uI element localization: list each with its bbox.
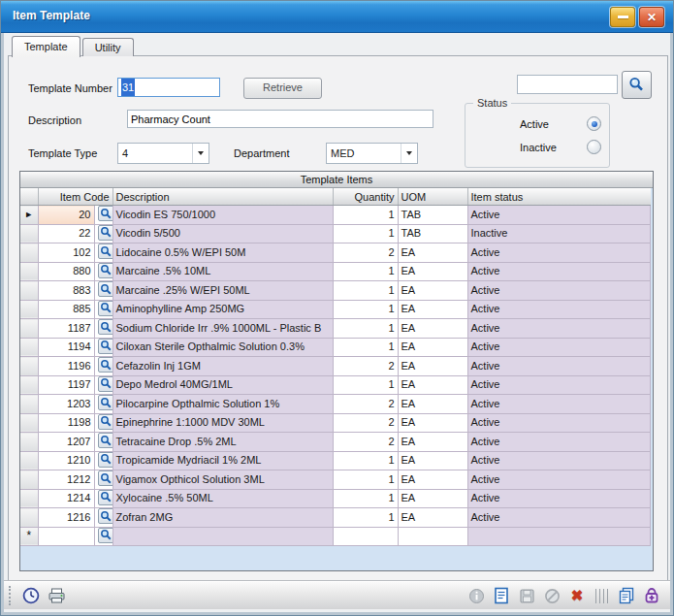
item-status-cell[interactable]: Active — [467, 357, 651, 376]
retrieve-button[interactable]: Retrieve — [243, 78, 322, 99]
description-cell[interactable]: Tetracaine Drop .5% 2ML — [112, 433, 333, 452]
item-search-button[interactable] — [98, 263, 113, 278]
row-selector[interactable] — [20, 451, 38, 470]
template-number-input[interactable]: 31 — [117, 78, 220, 97]
uom-cell[interactable]: EA — [398, 243, 467, 263]
template-type-combo[interactable]: 4 — [117, 143, 209, 164]
description-column-header[interactable]: Description — [112, 188, 333, 206]
item-search-button[interactable] — [98, 206, 113, 221]
info-icon[interactable] — [466, 586, 486, 605]
item-status-cell[interactable]: Active — [467, 300, 651, 319]
quantity-cell[interactable]: 2 — [333, 395, 398, 414]
close-button[interactable]: ✕ — [639, 7, 664, 27]
item-status-cell[interactable]: Active — [467, 470, 651, 490]
item-search-button[interactable] — [98, 508, 113, 524]
row-selector[interactable] — [20, 224, 38, 243]
quantity-cell[interactable]: 1 — [333, 489, 398, 508]
description-cell[interactable]: Sodium Chloride Irr .9% 1000ML - Plastic… — [112, 319, 333, 339]
item-code-cell[interactable]: 880 — [38, 262, 94, 281]
item-code-cell[interactable]: 1196 — [38, 357, 94, 376]
item-search-button[interactable] — [98, 243, 113, 259]
row-selector[interactable] — [20, 243, 38, 263]
lock-icon[interactable] — [642, 586, 661, 605]
description-cell[interactable]: Xylocaine .5% 50ML — [112, 489, 333, 508]
row-selector[interactable] — [20, 433, 38, 452]
quantity-cell[interactable] — [333, 527, 398, 546]
description-cell[interactable]: Lidocaine 0.5% W/EPI 50M — [112, 243, 333, 263]
uom-cell[interactable] — [398, 527, 467, 546]
uom-cell[interactable]: EA — [398, 319, 467, 339]
item-code-cell[interactable]: 1197 — [38, 375, 94, 395]
item-status-cell[interactable]: Active — [467, 395, 651, 414]
row-selector[interactable] — [20, 413, 38, 433]
item-code-cell[interactable]: 20 — [38, 206, 94, 225]
delete-icon[interactable]: ✖ — [567, 586, 587, 605]
item-search-button[interactable] — [98, 225, 113, 241]
item-status-cell[interactable]: Active — [467, 375, 651, 395]
uom-cell[interactable]: EA — [398, 433, 467, 452]
item-status-cell[interactable] — [467, 527, 651, 546]
department-combo[interactable]: MED — [326, 143, 418, 164]
quantity-cell[interactable]: 1 — [333, 300, 398, 319]
description-cell[interactable]: Vicodin 5/500 — [112, 224, 333, 243]
quantity-cell[interactable]: 1 — [333, 262, 398, 281]
description-cell[interactable]: Marcaine .5% 10ML — [112, 262, 333, 281]
quantity-cell[interactable]: 1 — [333, 224, 398, 243]
row-selector[interactable]: ► — [20, 206, 38, 225]
description-cell[interactable]: Marcaine .25% W/EPI 50ML — [112, 281, 333, 301]
item-code-column-header[interactable]: Item Code — [38, 188, 112, 206]
item-status-cell[interactable]: Active — [467, 262, 651, 281]
item-code-cell[interactable]: 1203 — [38, 395, 94, 414]
uom-cell[interactable]: EA — [398, 508, 467, 528]
item-search-button[interactable] — [98, 452, 113, 468]
quantity-cell[interactable]: 1 — [333, 375, 398, 395]
cancel-icon[interactable] — [542, 586, 562, 605]
item-status-cell[interactable]: Active — [467, 206, 651, 225]
item-search-button[interactable] — [98, 433, 113, 448]
item-code-cell[interactable]: 1216 — [38, 508, 94, 528]
search-input[interactable] — [517, 75, 618, 94]
uom-cell[interactable]: EA — [398, 281, 467, 301]
uom-cell[interactable]: TAB — [398, 224, 467, 243]
uom-cell[interactable]: EA — [398, 262, 467, 281]
save-icon[interactable] — [517, 586, 536, 605]
quantity-cell[interactable]: 1 — [333, 508, 398, 528]
row-selector[interactable] — [20, 357, 38, 376]
uom-cell[interactable]: EA — [398, 489, 467, 508]
description-cell[interactable]: Epinephrine 1:1000 MDV 30ML — [112, 413, 333, 433]
quantity-cell[interactable]: 2 — [333, 433, 398, 452]
description-cell[interactable] — [112, 527, 333, 546]
item-search-button[interactable] — [98, 528, 113, 543]
item-status-cell[interactable]: Inactive — [467, 224, 651, 243]
uom-cell[interactable]: EA — [398, 357, 467, 376]
row-selector[interactable] — [20, 300, 38, 319]
description-cell[interactable]: Cefazolin Inj 1GM — [112, 357, 333, 376]
print-icon[interactable] — [47, 586, 66, 605]
item-status-cell[interactable]: Active — [467, 243, 651, 263]
item-search-button[interactable] — [98, 339, 113, 354]
description-cell[interactable]: Ciloxan Sterile Opthalmic Solution 0.3% — [112, 338, 333, 357]
item-search-button[interactable] — [98, 319, 113, 335]
quantity-cell[interactable]: 1 — [333, 319, 398, 339]
quantity-cell[interactable]: 2 — [333, 243, 398, 263]
item-status-cell[interactable]: Active — [467, 433, 651, 452]
item-search-button[interactable] — [98, 301, 113, 316]
description-input[interactable] — [127, 110, 433, 128]
quantity-cell[interactable]: 1 — [333, 338, 398, 357]
item-status-cell[interactable]: Active — [467, 489, 651, 508]
item-status-cell[interactable]: Active — [467, 281, 651, 301]
item-search-button[interactable] — [98, 490, 113, 505]
description-cell[interactable]: Vicodin ES 750/1000 — [112, 206, 333, 225]
item-search-button[interactable] — [98, 395, 113, 410]
item-status-cell[interactable]: Active — [467, 451, 651, 470]
description-cell[interactable]: Depo Medrol 40MG/1ML — [112, 375, 333, 395]
item-code-cell[interactable]: 1207 — [38, 433, 94, 452]
description-cell[interactable]: Zofran 2MG — [112, 508, 333, 528]
item-code-cell[interactable]: 883 — [38, 281, 94, 301]
item-status-cell[interactable]: Active — [467, 319, 651, 339]
item-status-column-header[interactable]: Item status — [467, 188, 651, 206]
item-search-button[interactable] — [98, 281, 113, 297]
minimize-button[interactable] — [610, 7, 635, 27]
tab-utility[interactable]: Utility — [82, 38, 134, 56]
description-cell[interactable]: Vigamox Opthicol Solution 3ML — [112, 470, 333, 490]
